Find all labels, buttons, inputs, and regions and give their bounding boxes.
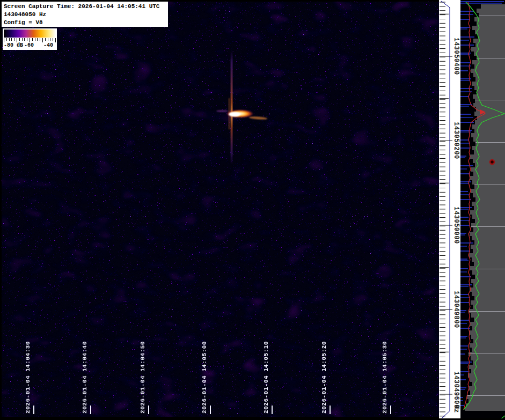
freq-axis-label: 143049600 bbox=[452, 371, 460, 408]
time-axis-label: 2026-01-04 14:05:10 bbox=[263, 341, 271, 414]
colorbar-label-max: -40 bbox=[43, 42, 53, 48]
spectrum-plot bbox=[460, 0, 505, 420]
time-tick bbox=[390, 406, 391, 414]
time-tick bbox=[330, 406, 331, 414]
meteor-echo-signal bbox=[2, 2, 439, 417]
color-gradient-bar bbox=[4, 30, 56, 38]
time-axis-label: 2026-01-04 14:05:30 bbox=[382, 341, 390, 414]
frequency-axis: 143050400 143050200 143050000 143049800 … bbox=[439, 0, 460, 418]
time-tick bbox=[272, 406, 273, 414]
capture-time-text: Screen Capture Time: 2026-01-04 14:05:41… bbox=[4, 3, 166, 11]
echo-blob bbox=[216, 109, 267, 120]
colorbar-label-min: -80 dB bbox=[4, 42, 23, 48]
time-axis-label: 2026-01-04 14:04:50 bbox=[140, 341, 148, 414]
color-scale-legend: -80 dB -60 -40 bbox=[3, 28, 57, 50]
freq-axis-label: 143050200 bbox=[452, 122, 460, 159]
colorbar-label-mid: -60 bbox=[24, 42, 34, 48]
time-tick bbox=[210, 406, 211, 414]
config-text: Config = V8 bbox=[4, 19, 166, 27]
freq-axis-label: 143049800 bbox=[452, 291, 460, 328]
time-axis-label: 2026-01-04 14:05:20 bbox=[321, 341, 329, 414]
freq-unit-label: Hz bbox=[452, 405, 460, 412]
center-frequency-text: 143048050 Hz bbox=[4, 11, 166, 19]
time-tick bbox=[148, 406, 149, 414]
time-axis-label: 2026-01-04 14:04:30 bbox=[25, 341, 33, 414]
time-tick bbox=[33, 406, 34, 414]
freq-axis-label: 143050400 bbox=[452, 38, 460, 75]
echo-ringing-streak bbox=[229, 51, 232, 165]
spectrum-analyzer-panel bbox=[460, 0, 505, 420]
time-axis-label: 2026-01-04 14:05:00 bbox=[201, 341, 209, 414]
time-axis-label: 2026-01-04 14:04:40 bbox=[82, 341, 90, 414]
capture-info-box: Screen Capture Time: 2026-01-04 14:05:41… bbox=[2, 2, 168, 27]
freq-axis-label: 143050000 bbox=[452, 207, 460, 244]
time-tick bbox=[90, 406, 91, 414]
waterfall-display: Screen Capture Time: 2026-01-04 14:05:41… bbox=[2, 2, 439, 417]
color-scale-ticks bbox=[4, 38, 56, 42]
